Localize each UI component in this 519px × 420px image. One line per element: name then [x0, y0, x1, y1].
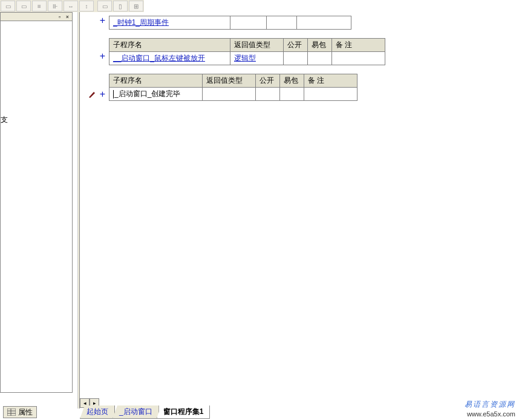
left-panel-body: 支: [1, 21, 72, 387]
watermark-url: www.e5a5x.com: [465, 409, 515, 419]
toolbar-btn-2[interactable]: ▭: [16, 1, 31, 11]
tab-start-page[interactable]: 起始页: [80, 405, 115, 419]
table-block-2-data: __启动窗口_鼠标左键被放开 逻辑型: [109, 51, 385, 65]
subroutine-name-link[interactable]: __启动窗口_鼠标左键被放开: [113, 54, 205, 62]
col-header-public: 公开: [256, 74, 280, 88]
table-row[interactable]: __启动窗口_鼠标左键被放开 逻辑型: [109, 52, 385, 65]
table-block-2-header: 子程序名 返回值类型 公开 易包 备 注: [109, 38, 385, 52]
panel-close-icon[interactable]: ×: [64, 13, 71, 20]
code-block-3: 子程序名 返回值类型 公开 易包 备 注: [80, 74, 519, 88]
toolbar-btn-4[interactable]: ⊪: [48, 1, 62, 11]
toolbar-btn-8[interactable]: ▯: [113, 1, 128, 11]
edit-pen-icon: [88, 90, 96, 99]
tab-window-program-set[interactable]: 窗口程序集1: [157, 405, 211, 419]
return-type-link[interactable]: 逻辑型: [234, 54, 256, 62]
table-block-3-header: 子程序名 返回值类型 公开 易包 备 注: [109, 74, 357, 88]
table-block-3-data: _启动窗口_创建完毕: [109, 87, 357, 101]
col-header-return: 返回值类型: [230, 39, 284, 52]
col-header-name: 子程序名: [109, 39, 230, 52]
toolbar-btn-5[interactable]: ↔: [64, 1, 78, 11]
table-row[interactable]: _时钟1_周期事件: [109, 16, 351, 30]
properties-icon: [7, 409, 16, 416]
table-block-1: _时钟1_周期事件: [109, 16, 351, 30]
properties-tab-label: 属性: [18, 407, 33, 418]
code-block-2: 子程序名 返回值类型 公开 易包 备 注: [80, 38, 519, 52]
svg-rect-0: [7, 409, 16, 416]
subroutine-name-text[interactable]: _启动窗口_创建完毕: [114, 89, 180, 98]
col-header-public: 公开: [284, 39, 308, 52]
col-header-note: 备 注: [332, 39, 385, 52]
expand-icon[interactable]: +: [100, 89, 105, 99]
table-row[interactable]: _启动窗口_创建完毕: [109, 88, 357, 101]
watermark-brand: 易语言资源网: [465, 399, 515, 409]
left-panel-header: ▫ ×: [1, 13, 72, 21]
col-header-return: 返回值类型: [203, 74, 256, 88]
left-panel: ▫ × 支: [0, 12, 73, 393]
tab-start-window[interactable]: _启动窗口: [113, 405, 159, 419]
editor-tabs: 起始页 _启动窗口 窗口程序集1: [80, 408, 210, 419]
code-editor-area: + _时钟1_周期事件 子程序名 返回值类型 公开 易包 备 注 +: [80, 12, 519, 408]
col-header-package: 易包: [280, 74, 304, 88]
text-caret: [113, 90, 114, 99]
expand-icon[interactable]: +: [100, 51, 105, 61]
expand-icon[interactable]: +: [100, 16, 105, 25]
properties-tab[interactable]: 属性: [3, 406, 37, 418]
toolbar-btn-6[interactable]: ↕: [79, 1, 94, 11]
panel-minimize-icon[interactable]: ▫: [56, 13, 63, 20]
code-block-3-row: + _启动窗口_创建完毕: [80, 87, 519, 101]
col-header-package: 易包: [308, 39, 332, 52]
toolbar-btn-7[interactable]: ▭: [97, 1, 112, 11]
toolbar-btn-3[interactable]: ≡: [32, 1, 47, 11]
toolbar-btn-9[interactable]: ⊞: [129, 1, 143, 11]
col-header-name: 子程序名: [109, 74, 203, 88]
toolbar-btn-1[interactable]: ▭: [1, 1, 15, 11]
col-header-note: 备 注: [304, 74, 357, 88]
subroutine-name-link[interactable]: _时钟1_周期事件: [113, 18, 169, 27]
table-header-row: 子程序名 返回值类型 公开 易包 备 注: [109, 39, 385, 52]
table-header-row: 子程序名 返回值类型 公开 易包 备 注: [109, 74, 357, 88]
code-block-2-row: + __启动窗口_鼠标左键被放开 逻辑型: [80, 51, 519, 65]
left-panel-truncated-text: 支: [1, 115, 8, 125]
watermark: 易语言资源网 www.e5a5x.com: [465, 399, 515, 419]
toolbar: ▭ ▭ ≡ ⊪ ↔ ↕ ▭ ▯ ⊞: [0, 0, 144, 12]
code-block-1: + _时钟1_周期事件: [80, 16, 519, 30]
